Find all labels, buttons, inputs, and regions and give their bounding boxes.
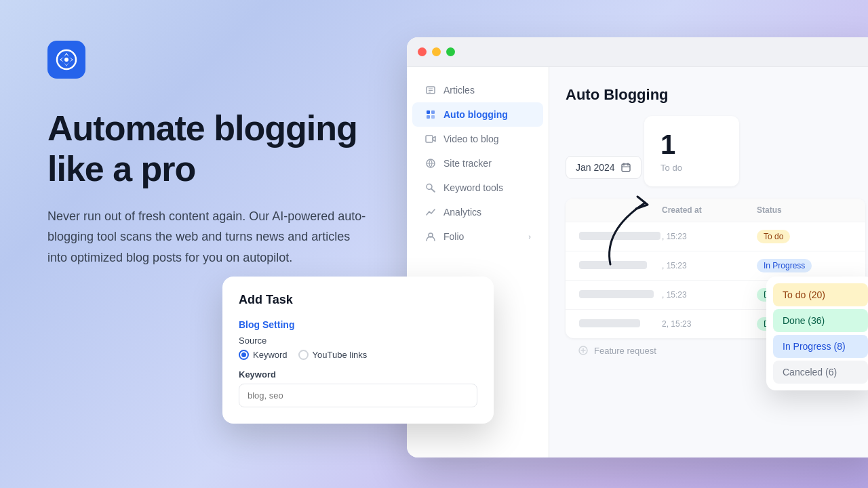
svg-point-12 bbox=[427, 184, 432, 190]
folio-icon bbox=[425, 230, 437, 243]
folio-label: Folio bbox=[443, 231, 521, 242]
status-badge-todo: To do bbox=[757, 230, 790, 243]
keyword-tools-icon bbox=[425, 182, 437, 194]
video-icon bbox=[425, 133, 437, 145]
radio-youtube-label: YouTube links bbox=[313, 350, 368, 360]
status-badge-inprogress: In Progress bbox=[757, 259, 812, 272]
feature-icon bbox=[578, 345, 589, 356]
add-task-popup: Add Task Blog Setting Source Keyword You… bbox=[222, 277, 494, 424]
status-header: Status bbox=[757, 205, 825, 215]
keyword-field-label: Keyword bbox=[239, 369, 477, 380]
created-at-1: , 15:23 bbox=[662, 232, 757, 241]
popup-title: Add Task bbox=[239, 293, 477, 307]
dropdown-item-done[interactable]: Done (36) bbox=[773, 309, 868, 332]
svg-rect-8 bbox=[427, 115, 430, 119]
radio-keyword[interactable]: Keyword bbox=[239, 350, 288, 360]
created-at-4: 2, 15:23 bbox=[662, 319, 757, 329]
video-to-blog-label: Video to blog bbox=[443, 134, 531, 144]
svg-rect-6 bbox=[427, 110, 430, 114]
source-label: Source bbox=[239, 336, 477, 346]
blog-setting-label: Blog Setting bbox=[239, 319, 477, 330]
sidebar-item-video-to-blog[interactable]: Video to blog bbox=[412, 127, 543, 151]
minimize-button[interactable] bbox=[432, 47, 441, 56]
radio-keyword-circle[interactable] bbox=[239, 350, 249, 360]
date-picker[interactable]: Jan 2024 bbox=[566, 156, 642, 179]
analytics-icon bbox=[425, 206, 437, 218]
browser-titlebar bbox=[407, 37, 868, 67]
maximize-button[interactable] bbox=[446, 47, 455, 56]
keyword-input[interactable] bbox=[239, 384, 477, 407]
sidebar-item-auto-blogging[interactable]: Auto blogging bbox=[412, 102, 543, 127]
created-at-3: , 15:23 bbox=[662, 290, 757, 300]
stat-number: 1 bbox=[660, 129, 723, 160]
articles-label: Articles bbox=[443, 85, 531, 96]
stat-card: 1 To do bbox=[644, 116, 739, 186]
sidebar-item-analytics[interactable]: Analytics bbox=[412, 200, 543, 224]
analytics-label: Analytics bbox=[443, 207, 531, 218]
sidebar-item-site-tracker[interactable]: Site tracker bbox=[412, 151, 543, 176]
main-headline: Automate blogging like a pro bbox=[47, 108, 387, 190]
main-content: Auto Blogging Jan 2024 1 To do Created a… bbox=[549, 67, 868, 458]
dropdown-item-cancelled[interactable]: Canceled (6) bbox=[773, 361, 868, 384]
status-dropdown: To do (20) Done (36) In Progress (8) Can… bbox=[766, 277, 868, 390]
page-title: Auto Blogging bbox=[566, 86, 865, 104]
site-tracker-icon bbox=[425, 157, 437, 169]
source-row: Keyword YouTube links bbox=[239, 350, 477, 360]
dropdown-item-todo[interactable]: To do (20) bbox=[773, 283, 868, 306]
calendar-icon bbox=[620, 162, 631, 173]
created-at-header: Created at bbox=[662, 205, 757, 215]
radio-youtube-circle[interactable] bbox=[298, 350, 309, 360]
created-at-2: , 15:23 bbox=[662, 261, 757, 270]
folio-arrow-icon: › bbox=[528, 232, 531, 241]
svg-point-1 bbox=[64, 58, 68, 62]
sidebar-item-folio[interactable]: Folio › bbox=[412, 224, 543, 249]
keyword-tools-label: Keyword tools bbox=[443, 182, 531, 193]
sidebar-item-articles[interactable]: Articles bbox=[412, 78, 543, 102]
date-value: Jan 2024 bbox=[576, 162, 615, 173]
logo-icon bbox=[47, 41, 85, 79]
table-header: Created at Status bbox=[566, 199, 865, 222]
svg-rect-9 bbox=[431, 115, 435, 119]
dropdown-item-inprogress[interactable]: In Progress (8) bbox=[773, 335, 868, 358]
svg-rect-15 bbox=[622, 164, 630, 171]
main-subtext: Never run out of fresh content again. Ou… bbox=[47, 206, 373, 268]
site-tracker-label: Site tracker bbox=[443, 158, 531, 169]
articles-icon bbox=[425, 84, 437, 96]
sidebar-item-keyword-tools[interactable]: Keyword tools bbox=[412, 176, 543, 200]
stat-label: To do bbox=[660, 163, 723, 173]
radio-keyword-label: Keyword bbox=[253, 350, 288, 360]
svg-rect-7 bbox=[431, 110, 435, 114]
logo-container bbox=[47, 41, 387, 79]
auto-blogging-label: Auto blogging bbox=[443, 109, 531, 120]
feature-request-label: Feature request bbox=[594, 346, 656, 356]
auto-blogging-icon bbox=[425, 108, 437, 121]
close-button[interactable] bbox=[418, 47, 427, 56]
radio-youtube[interactable]: YouTube links bbox=[298, 350, 368, 360]
svg-rect-10 bbox=[426, 136, 433, 142]
table-row[interactable]: , 15:23 To do bbox=[566, 222, 865, 251]
svg-line-13 bbox=[432, 189, 435, 192]
